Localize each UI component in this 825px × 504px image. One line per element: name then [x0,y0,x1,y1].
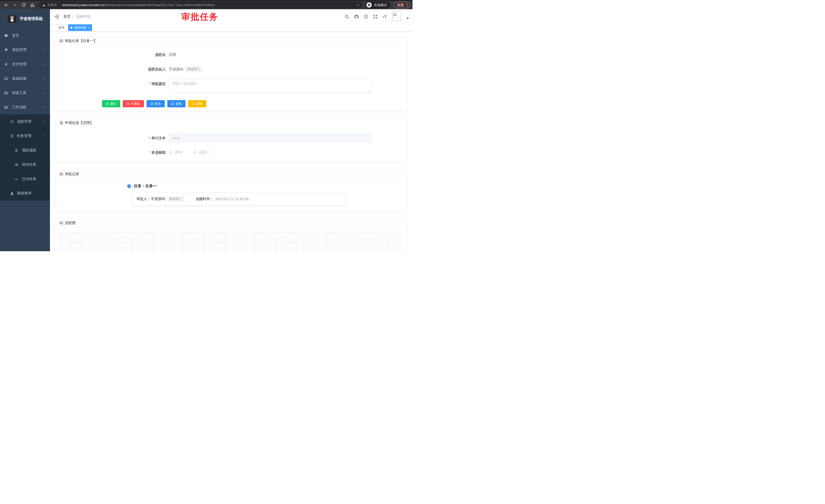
sidebar-item-label: 请假查询 [17,191,31,196]
sidebar-item-done-tasks[interactable]: 已办任务 [0,172,50,186]
svg-text:¥: ¥ [5,62,7,66]
task-title: 任务：任务一 [134,184,157,188]
briefcase-icon [4,105,8,109]
sidebar-item-payment[interactable]: ¥ 支付管理 [0,57,50,72]
approver-value: 芋道源码 [151,197,165,201]
address-bar[interactable]: 不安全 dashboard.yudao.iocoder.cn/bpm/proce… [39,2,362,8]
bpmn-canvas[interactable] [61,233,402,251]
sidebar-item-my-processes[interactable]: 我的流程 [0,143,50,158]
sidebar-item-infrastructure[interactable]: 基础设施 [0,72,50,86]
document-icon [60,121,63,125]
sidebar-item-label: 研发工具 [12,91,26,95]
sidebar-item-leave-query[interactable]: 请假查询 [0,186,50,200]
svg-text:T: T [384,15,387,19]
approve-button[interactable]: 通过 [102,100,120,107]
picture-outline-icon [60,39,63,43]
dashboard-icon [4,33,8,37]
help-icon[interactable]: ? [364,14,368,19]
avatar[interactable] [392,12,401,21]
sidebar-item-label: 流程管理 [17,119,31,124]
comment-label: 审批建议 [130,80,169,94]
checkbox-group-label: 多选框组 [130,150,169,155]
tags-view-bar: 首页 流程详情 × [50,24,412,32]
checkbox-group: ✓ 选项一 选项二 [169,150,210,155]
home-icon[interactable] [29,2,36,9]
sidebar-item-system[interactable]: 系统管理 [0,43,50,57]
avatar-caret-icon[interactable] [406,18,409,19]
bookmark-star-icon[interactable]: ☆ [356,3,360,7]
gear-icon [4,48,8,52]
process-name-value: 滔博 [169,51,176,59]
chevron-up-icon [42,106,44,109]
transfer-button[interactable]: 转办 [147,100,165,107]
toolbox-icon [4,91,8,95]
card-header: 流程图 [55,219,407,227]
browser-menu-icon[interactable] [406,3,408,7]
created-time-value: 2022-01-21 22:35:08 [215,197,248,201]
edit-icon [150,102,153,105]
sidebar-item-label: 系统管理 [12,48,26,52]
task-tree-icon [10,134,14,138]
sidebar-item-task-management[interactable]: 任务管理 [0,129,50,143]
sidebar-item-label: 首页 [12,33,19,38]
approval-record-card: 审批记录 任务：任务一 审批人： 芋道源码 [55,170,407,211]
search-icon[interactable] [345,14,349,19]
text-field-label: 单行文本 [130,134,169,143]
tab-close-icon[interactable]: × [88,26,90,29]
reject-button[interactable]: 不通过 [123,100,144,107]
approval-timeline: 任务：任务一 审批人： 芋道源码 研发部门 创建时间： 2022-0 [61,184,402,205]
sidebar: 芋道管理系统 首页 系统管理 ¥ 支付管理 [0,9,50,251]
chevron-down-icon [42,120,44,123]
edit-icon [171,102,174,105]
delegate-button[interactable]: 委派 [167,100,185,107]
sidebar-item-label: 工作流程 [12,105,26,110]
return-button[interactable]: 退回 [188,100,206,107]
active-tab-dot [70,27,73,29]
checkbox-option-1: ✓ 选项一 [169,150,185,155]
chevron-up-icon [42,135,44,138]
chevron-down-icon [42,63,44,65]
initiator-label: 流程发起人 [130,65,169,74]
forward-icon[interactable] [11,2,18,9]
reload-icon[interactable] [20,2,27,9]
edit-icon [106,102,109,105]
card-title: 审批任务【任务一】 [65,38,97,43]
incognito-icon [366,2,372,8]
comment-textarea[interactable] [169,80,371,93]
initiator-row: 流程发起人 芋道源码研发部门 [130,65,402,74]
checkbox-icon: ✓ [169,151,172,154]
sidebar-item-process-management[interactable]: 流程管理 [0,114,50,129]
sidebar-fold-icon[interactable] [54,14,59,19]
svg-text:?: ? [365,15,367,18]
clock-node-icon [127,184,132,188]
tab-process-detail[interactable]: 流程详情 × [68,24,92,31]
workflow-submenu: 流程管理 任务管理 我的流程 [0,114,50,200]
svg-text:T: T [382,15,384,18]
tab-home[interactable]: 首页 [56,24,67,31]
sidebar-item-todo-tasks[interactable]: 待办任务 [0,158,50,172]
sidebar-item-home[interactable]: 首页 [0,28,50,43]
monitor-icon [4,77,8,81]
card-title: 流程图 [65,221,76,225]
approval-annotation: 审批任务 [181,11,218,23]
approval-record-item: 审批人： 芋道源码 研发部门 创建时间： 2022-01-21 22:35:08 [132,192,346,205]
checkbox-option-2: 选项二 [193,150,210,155]
card-header: 审批记录 [55,170,407,178]
created-time-label: 创建时间： [196,197,214,201]
font-size-icon[interactable]: TT [382,14,387,19]
github-icon[interactable] [354,14,359,19]
incognito-label: 无痕模式 [374,3,387,7]
checkbox-label: 选项一 [175,150,185,155]
app-logo[interactable]: 芋道管理系统 [0,9,50,28]
sidebar-item-label: 已办任务 [22,177,36,181]
not-secure-warning-icon [42,3,46,7]
sidebar-item-workflow[interactable]: 工作流程 [0,100,50,114]
fullscreen-icon[interactable] [373,14,378,19]
page-content: 审批任务【任务一】 流程名 滔博 流程发起人 芋道源码研发部门 [50,32,412,251]
single-line-text-input [169,134,371,143]
back-icon[interactable] [3,2,10,9]
textarea-resize-handle[interactable] [368,90,371,93]
chrome-update-button[interactable]: 更新 [394,2,410,8]
sidebar-item-devtools[interactable]: 研发工具 [0,86,50,100]
breadcrumb-home[interactable]: 首页 [63,14,70,19]
